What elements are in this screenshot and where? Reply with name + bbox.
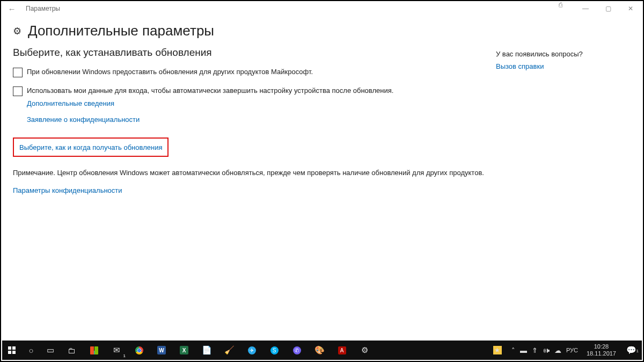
wifi-icon[interactable]: ⇑ — [532, 346, 538, 354]
minimize-button[interactable]: — — [574, 2, 597, 15]
task-view-icon[interactable]: ▭ — [41, 341, 60, 360]
clock-date: 18.11.2017 — [587, 350, 616, 357]
option-label: Использовать мои данные для входа, чтобы… — [27, 86, 393, 96]
acrobat-icon[interactable]: A — [331, 341, 353, 360]
titlebar: ← Параметры — [1, 1, 643, 16]
highlighted-link-box: Выберите, как и когда получать обновлени… — [13, 137, 169, 157]
clock-time: 10:28 — [587, 343, 616, 350]
back-button[interactable]: ← — [4, 4, 19, 13]
taskbar: ○ ▭ 🗀 ✉1 W X 📄 🧹 ✈ S ✆ 🎨 A ⚙ ★ ˄ ▬ ⇑ 🕪 ☁… — [2, 341, 642, 360]
section-heading: Выберите, как устанавливать обновления — [13, 47, 496, 59]
settings-icon[interactable]: ⚙ — [353, 341, 376, 360]
checkbox-signin-finish[interactable] — [13, 86, 23, 96]
pin-icon[interactable]: ⎙ — [559, 1, 562, 9]
notepadpp-icon[interactable]: 📄 — [195, 341, 218, 360]
close-button[interactable]: ✕ — [619, 2, 642, 15]
word-icon[interactable]: W — [150, 341, 173, 360]
help-link[interactable]: Вызов справки — [496, 62, 614, 70]
maximize-button[interactable]: ▢ — [597, 2, 619, 15]
battery-icon[interactable]: ▬ — [520, 346, 527, 354]
viber-icon[interactable]: ✆ — [286, 341, 308, 360]
tray-chevron-icon[interactable]: ˄ — [511, 346, 515, 354]
svg-rect-0 — [8, 346, 11, 350]
window-title: Параметры — [26, 5, 60, 12]
system-tray: ˄ ▬ ⇑ 🕪 ☁ РУС — [507, 346, 582, 354]
privacy-statement-link[interactable]: Заявление о конфиденциальности — [27, 115, 496, 124]
option-label: При обновлении Windows предоставить обно… — [27, 67, 313, 77]
privacy-params-link[interactable]: Параметры конфиденциальности — [13, 186, 122, 194]
side-panel: У вас появились вопросы? Вызов справки — [496, 47, 614, 205]
gear-icon: ⚙ — [13, 25, 21, 37]
page-header: ⚙ Дополнительные параметры — [1, 16, 643, 47]
option-row-signin-finish: Использовать мои данные для входа, чтобы… — [13, 86, 496, 96]
favorite-icon[interactable]: ★ — [488, 341, 507, 360]
onedrive-icon[interactable]: ☁ — [554, 346, 561, 354]
option-row-other-products: При обновлении Windows предоставить обно… — [13, 67, 496, 77]
page-title: Дополнительные параметры — [28, 23, 214, 39]
store-icon[interactable] — [83, 341, 105, 360]
window-controls: — ▢ ✕ — [574, 2, 642, 15]
note-text: Примечание. Центр обновления Windows мож… — [13, 169, 496, 177]
svg-rect-1 — [12, 346, 16, 350]
more-info-link[interactable]: Дополнительные сведения — [27, 99, 114, 107]
side-question: У вас появились вопросы? — [496, 50, 614, 58]
language-indicator[interactable]: РУС — [566, 347, 578, 353]
ccleaner-icon[interactable]: 🧹 — [218, 341, 240, 360]
start-button[interactable] — [2, 341, 21, 360]
paint-icon[interactable]: 🎨 — [308, 341, 331, 360]
checkbox-other-products[interactable] — [13, 68, 23, 77]
skype-icon[interactable]: S — [263, 341, 286, 360]
svg-rect-2 — [8, 351, 11, 354]
explorer-icon[interactable]: 🗀 — [60, 341, 83, 360]
action-center-icon[interactable]: 💬1 — [620, 345, 642, 355]
chrome-icon[interactable] — [128, 341, 150, 360]
main-panel: Выберите, как устанавливать обновления П… — [13, 47, 496, 205]
search-icon[interactable]: ○ — [21, 341, 41, 360]
svg-rect-3 — [12, 351, 16, 354]
volume-icon[interactable]: 🕪 — [543, 346, 550, 354]
excel-icon[interactable]: X — [173, 341, 195, 360]
telegram-icon[interactable]: ✈ — [240, 341, 263, 360]
choose-when-link[interactable]: Выберите, как и когда получать обновлени… — [19, 143, 162, 151]
clock[interactable]: 10:28 18.11.2017 — [582, 343, 620, 357]
mail-icon[interactable]: ✉1 — [105, 341, 128, 360]
